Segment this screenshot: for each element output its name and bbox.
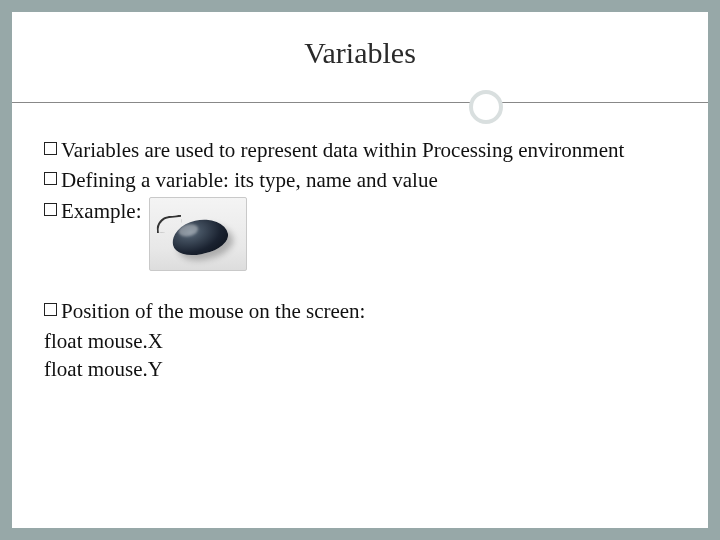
slide-title: Variables	[44, 36, 676, 70]
slide-body: Variables Variables are used to represen…	[12, 12, 708, 528]
horizontal-rule	[12, 102, 708, 103]
circle-ornament-icon	[469, 90, 503, 124]
square-bullet-icon	[44, 303, 57, 316]
square-bullet-icon	[44, 203, 57, 216]
bullet-item: Example:	[44, 197, 676, 271]
bullet-item: Defining a variable: its type, name and …	[44, 166, 676, 194]
bullet-text: Variables are used to represent data wit…	[61, 136, 676, 164]
code-line: float mouse.X	[44, 327, 676, 355]
bullet-text: Position of the mouse on the screen:	[61, 297, 676, 325]
spacer	[44, 273, 676, 297]
bullet-text: Example:	[61, 197, 141, 225]
mouse-image	[149, 197, 247, 271]
square-bullet-icon	[44, 172, 57, 185]
bullet-item: Position of the mouse on the screen:	[44, 297, 676, 325]
content-area: Variables are used to represent data wit…	[44, 136, 676, 384]
title-divider	[44, 90, 676, 118]
code-line: float mouse.Y	[44, 355, 676, 383]
bullet-text: Defining a variable: its type, name and …	[61, 166, 676, 194]
slide-frame: Variables Variables are used to represen…	[0, 0, 720, 540]
bullet-item: Variables are used to represent data wit…	[44, 136, 676, 164]
square-bullet-icon	[44, 142, 57, 155]
